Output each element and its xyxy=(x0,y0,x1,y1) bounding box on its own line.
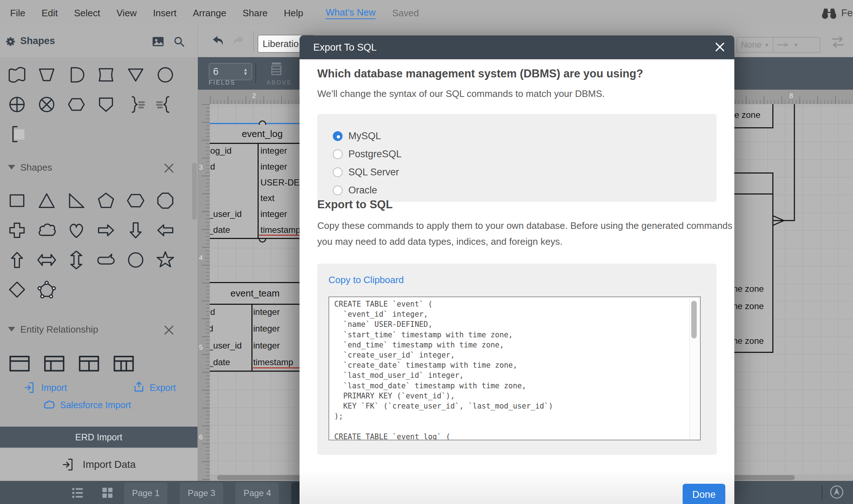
compass-arrow-icon[interactable] xyxy=(829,484,844,500)
palette-triangle-down[interactable] xyxy=(125,64,146,85)
palette-callout[interactable] xyxy=(96,249,116,270)
erd-import-panel-header[interactable]: ERD Import xyxy=(0,427,198,448)
palette-triangle[interactable] xyxy=(36,190,57,211)
erd-shape-palette xyxy=(0,354,135,373)
palette-heart[interactable] xyxy=(66,220,87,241)
fields-stepper[interactable]: 6 ▲▼ xyxy=(209,63,252,80)
palette-flag[interactable] xyxy=(7,64,27,85)
swap-arrows-icon[interactable] xyxy=(830,34,846,50)
palette-cloud[interactable] xyxy=(36,220,57,241)
palette-right-triangle[interactable] xyxy=(66,190,87,211)
menu-item-select[interactable]: Select xyxy=(74,8,100,19)
palette-d-shape[interactable] xyxy=(66,64,87,85)
row-above-icon[interactable] xyxy=(269,61,284,77)
palette-square[interactable] xyxy=(7,190,27,211)
undo-icon[interactable] xyxy=(211,34,226,49)
feature-find-label: Fea xyxy=(841,8,853,19)
palette-arrow-up[interactable] xyxy=(7,249,27,270)
export-icon xyxy=(132,381,145,394)
sql-code-box[interactable]: CREATE TABLE `event` ( `event_id` intege… xyxy=(328,296,701,440)
binoculars-icon xyxy=(821,5,837,21)
import-link[interactable]: Import xyxy=(24,381,67,394)
palette-arrow-up-down[interactable] xyxy=(66,249,87,270)
search-icon[interactable] xyxy=(172,35,186,48)
menu-item-insert[interactable]: Insert xyxy=(153,8,177,19)
close-icon[interactable] xyxy=(164,325,174,336)
palette-arrow-left-right[interactable] xyxy=(36,249,57,270)
palette-diamond[interactable] xyxy=(7,279,27,300)
image-icon[interactable] xyxy=(151,35,165,48)
app-window: FileEditSelectViewInsertArrangeShareHelp… xyxy=(0,0,853,504)
er-section-title: Entity Relationship xyxy=(20,324,98,335)
palette-hexagon[interactable] xyxy=(125,190,146,211)
radio-button-icon xyxy=(333,149,343,159)
erd-links: ImportExport xyxy=(24,381,176,394)
menu-item-help[interactable]: Help xyxy=(284,8,303,19)
stepper-arrows-icon[interactable]: ▲▼ xyxy=(243,68,248,76)
palette-erd-table-1col[interactable] xyxy=(43,354,66,373)
palette-shield[interactable] xyxy=(96,94,116,115)
shapes-panel-header: Shapes xyxy=(0,26,198,57)
palette-pentagon-nodes[interactable] xyxy=(36,279,57,300)
palette-erd-table-plain[interactable] xyxy=(8,354,31,373)
palette-trapezoid[interactable] xyxy=(36,64,57,85)
ruler-number: 5 xyxy=(199,343,203,351)
palette-lines-brace-left[interactable] xyxy=(155,94,176,115)
dbms-radio-sql-server[interactable]: SQL Server xyxy=(333,166,402,178)
sql-scrollbar-thumb[interactable] xyxy=(691,301,697,338)
dbms-radio-postgresql[interactable]: PostgreSQL xyxy=(333,148,402,160)
palette-bracket-rect[interactable] xyxy=(7,124,27,145)
palette-circle-plus[interactable] xyxy=(7,94,27,115)
arrow-style-dropdown[interactable]: ▾ xyxy=(773,37,820,53)
palette-arrow-down[interactable] xyxy=(125,220,146,241)
palette-arrow-left[interactable] xyxy=(155,220,176,241)
palette-curved-rect[interactable] xyxy=(96,64,116,85)
palette-circle[interactable] xyxy=(155,64,176,85)
palette-star[interactable] xyxy=(155,249,176,270)
copy-to-clipboard-link[interactable]: Copy to Clipboard xyxy=(328,274,404,286)
export-link[interactable]: Export xyxy=(132,381,176,394)
palette-cross[interactable] xyxy=(7,220,27,241)
done-button[interactable]: Done xyxy=(683,484,725,504)
line-style-dropdown[interactable]: None ▾ xyxy=(737,37,773,53)
menu-item-view[interactable]: View xyxy=(116,8,137,19)
grid-view-icon[interactable] xyxy=(101,486,114,500)
feature-find[interactable]: Fea xyxy=(821,0,853,26)
salesforce-import-link[interactable]: Salesforce Import xyxy=(43,398,131,411)
page-tab-page-4[interactable]: Page 4 xyxy=(235,482,279,504)
palette-brace-right-lines[interactable] xyxy=(125,94,146,115)
palette-circle-x[interactable] xyxy=(36,94,57,115)
menu-item-file[interactable]: File xyxy=(10,8,25,19)
radio-button-icon xyxy=(333,131,343,141)
redo-icon[interactable] xyxy=(230,34,246,49)
above-button-label: ABOVE xyxy=(267,80,292,86)
menu-item-edit[interactable]: Edit xyxy=(42,8,58,19)
list-view-icon[interactable] xyxy=(71,486,85,500)
vertical-ruler: 3456 xyxy=(198,104,210,481)
import-data-button[interactable]: Import Data xyxy=(0,448,198,481)
menu-item-share[interactable]: Share xyxy=(242,8,267,19)
dbms-radio-mysql[interactable]: MySQL xyxy=(333,130,402,142)
dbms-radio-oracle[interactable]: Oracle xyxy=(333,184,402,196)
sidebar-scrollbar[interactable] xyxy=(192,163,197,220)
menu-item-whats-new[interactable]: What's New xyxy=(326,7,375,19)
page-tab-page-3[interactable]: Page 3 xyxy=(180,482,223,504)
toolbar-divider xyxy=(255,64,256,83)
palette-circle[interactable] xyxy=(125,249,146,270)
palette-erd-table-3col[interactable] xyxy=(112,354,135,373)
chevron-down-icon[interactable] xyxy=(8,165,15,170)
sql-scrollbar[interactable] xyxy=(689,298,699,439)
palette-hexagon-wide[interactable] xyxy=(66,94,87,115)
palette-erd-table-2col[interactable] xyxy=(77,354,101,373)
page-tab-page-1[interactable]: Page 1 xyxy=(124,482,167,504)
ruler-corner xyxy=(198,90,210,104)
palette-arrow-right[interactable] xyxy=(96,220,116,241)
close-icon[interactable] xyxy=(164,163,174,174)
menu-item-arrange[interactable]: Arrange xyxy=(193,8,226,19)
gear-icon[interactable] xyxy=(4,35,17,48)
chevron-down-icon[interactable] xyxy=(8,327,15,332)
palette-octagon[interactable] xyxy=(155,190,176,211)
palette-pentagon[interactable] xyxy=(96,190,116,211)
close-icon[interactable] xyxy=(715,42,726,53)
line-style-value: None xyxy=(741,40,761,50)
